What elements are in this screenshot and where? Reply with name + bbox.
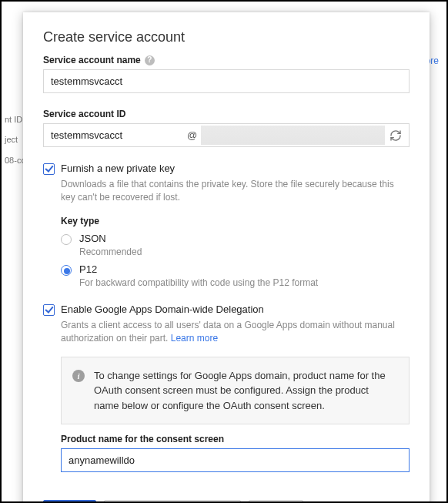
service-id-row: @: [43, 123, 410, 147]
delegation-row[interactable]: Enable Google Apps Domain-wide Delegatio…: [43, 303, 410, 316]
create-button[interactable]: Create: [43, 500, 96, 503]
service-id-input[interactable]: [44, 124, 187, 146]
service-id-label: Service account ID: [43, 109, 410, 119]
dialog-buttons: Create Configure consent screen Cancel: [43, 500, 410, 503]
delegation-label: Enable Google Apps Domain-wide Delegatio…: [61, 303, 264, 315]
key-type-json-option[interactable]: JSON Recommended: [61, 233, 410, 257]
p12-label: P12: [79, 263, 318, 275]
info-icon: i: [72, 370, 85, 382]
key-type-label: Key type: [61, 216, 410, 226]
configure-consent-button[interactable]: Configure consent screen: [104, 500, 241, 503]
service-name-input[interactable]: [43, 69, 410, 93]
service-name-label: Service account name ?: [43, 55, 410, 65]
service-id-domain-masked: [201, 126, 385, 145]
furnish-key-label: Furnish a new private key: [61, 163, 175, 174]
json-label: JSON: [79, 233, 142, 244]
consent-product-input[interactable]: [61, 448, 410, 472]
consent-product-label-text: Product name for the consent screen: [61, 434, 224, 444]
furnish-key-checkbox[interactable]: [43, 163, 55, 175]
dialog-title: Create service account: [43, 29, 410, 45]
help-icon[interactable]: ?: [145, 55, 155, 65]
p12-help: For backward compatibility with code usi…: [79, 277, 318, 288]
create-service-account-dialog: Create service account Service account n…: [23, 12, 430, 503]
consent-info-text: To change settings for Google Apps domai…: [94, 368, 396, 414]
service-name-label-text: Service account name: [43, 55, 141, 65]
radio-p12[interactable]: [61, 265, 72, 276]
cancel-button[interactable]: Cancel: [249, 500, 303, 503]
consent-product-label: Product name for the consent screen: [61, 434, 410, 444]
service-id-label-text: Service account ID: [43, 109, 125, 119]
consent-info-box: i To change settings for Google Apps dom…: [61, 357, 410, 425]
radio-json[interactable]: [61, 234, 72, 245]
refresh-id-button[interactable]: [387, 124, 409, 146]
learn-more-link[interactable]: Learn more: [171, 333, 218, 344]
delegation-help-text: Grants a client access to all users' dat…: [61, 320, 395, 344]
at-sign: @: [187, 124, 199, 146]
furnish-key-row[interactable]: Furnish a new private key: [43, 163, 410, 175]
delegation-help: Grants a client access to all users' dat…: [61, 319, 410, 346]
refresh-icon: [389, 129, 402, 142]
json-help: Recommended: [79, 246, 142, 257]
furnish-key-help: Downloads a file that contains the priva…: [61, 178, 410, 205]
key-type-p12-option[interactable]: P12 For backward compatibility with code…: [61, 263, 410, 288]
delegation-checkbox[interactable]: [43, 304, 55, 316]
